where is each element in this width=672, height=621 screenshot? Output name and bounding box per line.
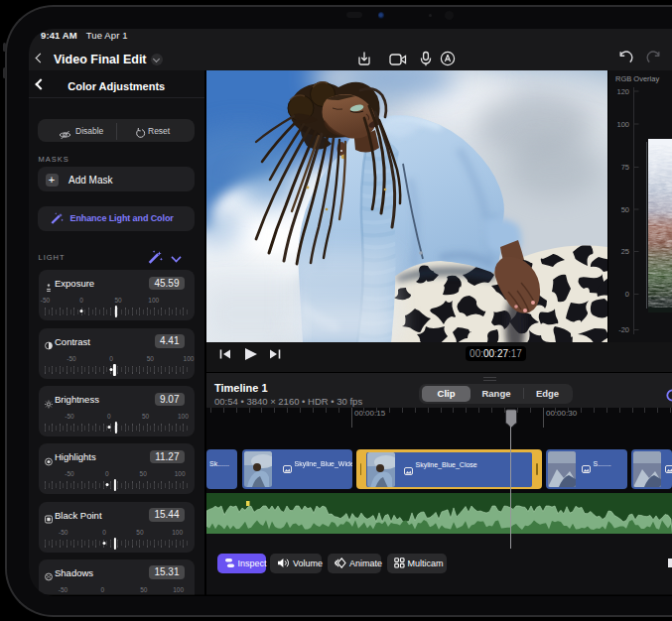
svg-text:120: 120: [616, 87, 629, 96]
svg-text:75: 75: [621, 163, 629, 172]
svg-text:-20: -20: [618, 325, 629, 334]
svg-text:0: 0: [625, 290, 629, 299]
svg-text:25: 25: [621, 247, 629, 256]
svg-text:100: 100: [616, 120, 629, 129]
svg-text:RGB Overlay: RGB Overlay: [615, 74, 659, 83]
svg-text:50: 50: [621, 205, 629, 214]
